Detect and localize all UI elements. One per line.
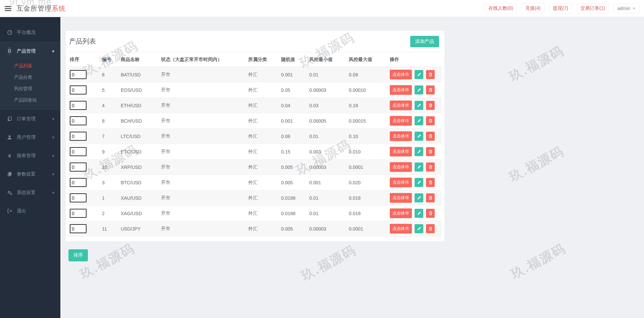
edit-button[interactable] [415,178,423,187]
delete-button[interactable] [426,163,435,172]
admin-username: admin [618,6,630,11]
edit-button[interactable] [415,147,423,156]
sort-order-input[interactable] [70,178,87,187]
close-market-button[interactable]: 点击休市 [390,116,412,126]
sort-order-input[interactable] [70,85,87,94]
close-market-button[interactable]: 点击休市 [390,70,412,79]
online-count-link[interactable]: 在线人数(0) [484,3,517,14]
table-row: 7LTC/USD开市外汇0.080.010.10点击休市 [68,129,442,144]
random-value: 0.08 [280,129,308,144]
product-name: BCH/USD [119,113,160,129]
sort-order-input[interactable] [70,116,87,125]
sidebar-item-platform-overview[interactable]: 平台概况 [0,23,60,42]
orders-icon [7,116,12,121]
trade-order-count-link[interactable]: 交易订单(1) [577,3,609,14]
deposit-count-link[interactable]: 充值(4) [521,3,544,14]
risk-max-value: 0.010 [347,144,388,160]
risk-min-value: 0.01 [308,206,347,221]
random-value: 0.05 [280,82,308,98]
product-name: USD/JPY [119,221,160,237]
delete-button[interactable] [426,147,435,156]
close-market-button[interactable]: 点击休市 [390,85,412,95]
sort-button[interactable]: 排序 [68,249,88,261]
random-value: 0.001 [280,113,308,129]
product-id: 8 [101,113,119,129]
product-status: 开市 [160,190,247,206]
risk-min-value: 0.01 [308,190,347,206]
sidebar-item-report-management[interactable]: ¥ 报表管理 [0,146,60,165]
sort-order-input[interactable] [70,101,87,110]
delete-button[interactable] [426,193,435,202]
delete-button[interactable] [426,85,435,94]
product-category: 外汇 [247,160,280,175]
delete-button[interactable] [426,178,435,187]
table-header-row: 排序 编号 商品名称 状态（大盘正常开市时间内） 所属分类 随机值 风控最小值 … [68,52,442,67]
sidebar-item-product-category[interactable]: 产品分类 [0,72,60,83]
sort-order-input[interactable] [70,132,87,141]
product-name: BTC/USD [119,175,160,190]
sidebar-item-system-settings[interactable]: 系统设置 [0,183,60,202]
chevron-right-icon [53,154,54,157]
logout-icon [7,208,12,213]
close-market-button[interactable]: 点击休市 [390,101,412,110]
sort-order-input[interactable] [70,224,87,233]
product-name: LTC/USD [119,129,160,144]
sidebar-item-product-management[interactable]: B 产品管理 [0,42,60,60]
delete-button[interactable] [426,132,435,141]
top-bar: 互金所管理系统 在线人数(0) 充值(4) 提现(7) 交易订单(1) admi… [0,0,644,17]
menu-toggle-icon[interactable] [5,6,11,11]
sort-order-input[interactable] [70,163,87,172]
column-header-risk-max: 风控最大值 [347,52,388,67]
close-market-button[interactable]: 点击休市 [390,131,412,141]
product-name: XRP/USD [119,160,160,175]
sidebar-item-user-management[interactable]: 用户管理 [0,128,60,146]
edit-button[interactable] [415,193,423,202]
sidebar-item-parameter-settings[interactable]: 参数设置 [0,165,60,183]
sidebar-item-logout[interactable]: 退出 [0,202,60,220]
column-header-actions: 操作 [388,52,442,67]
sidebar-item-product-list[interactable]: 产品列表 [0,60,60,72]
pencil-icon [417,211,421,215]
product-category: 外汇 [247,190,280,206]
edit-button[interactable] [415,85,423,94]
close-market-button[interactable]: 点击休市 [390,162,412,172]
pencil-icon [417,88,421,92]
sort-order-input[interactable] [70,70,87,79]
close-market-button[interactable]: 点击休市 [390,178,412,187]
close-market-button[interactable]: 点击休市 [390,193,412,203]
delete-button[interactable] [426,116,435,125]
edit-button[interactable] [415,209,423,218]
chevron-right-icon [53,136,54,139]
admin-menu[interactable]: admin [613,3,639,13]
random-value: 0.001 [280,67,308,82]
edit-button[interactable] [415,132,423,141]
sort-order-input[interactable] [70,147,87,156]
edit-button[interactable] [415,224,423,233]
withdraw-count-link[interactable]: 提现(7) [549,3,572,14]
add-product-button[interactable]: 添加产品 [410,36,439,47]
sidebar-item-order-management[interactable]: 订单管理 [0,110,60,128]
edit-button[interactable] [415,116,423,125]
user-icon [7,135,12,140]
close-market-button[interactable]: 点击休市 [390,147,412,156]
product-name: BAT/USD [119,67,160,82]
sidebar-item-risk-management[interactable]: 风控管理 [0,83,60,94]
yen-icon: ¥ [7,153,12,158]
risk-min-value: 0.003 [308,144,347,160]
close-market-button[interactable]: 点击休市 [390,208,412,218]
delete-button[interactable] [426,101,435,110]
close-market-button[interactable]: 点击休市 [390,224,412,234]
delete-button[interactable] [426,209,435,218]
delete-button[interactable] [426,224,435,233]
sort-order-input[interactable] [70,209,87,218]
sort-order-input[interactable] [70,193,87,202]
edit-button[interactable] [415,101,423,110]
edit-button[interactable] [415,163,423,172]
main-content: 产品列表 添加产品 排序 编号 商品名称 状态（大盘正常开市时间内） 所属分类 … [60,17,644,318]
delete-button[interactable] [426,70,435,79]
column-header-id: 编号 [101,52,119,67]
sidebar-item-product-recycle-bin[interactable]: 产品回收站 [0,94,60,106]
edit-button[interactable] [415,70,423,79]
pencil-icon [417,165,421,169]
chevron-right-icon [53,173,54,176]
